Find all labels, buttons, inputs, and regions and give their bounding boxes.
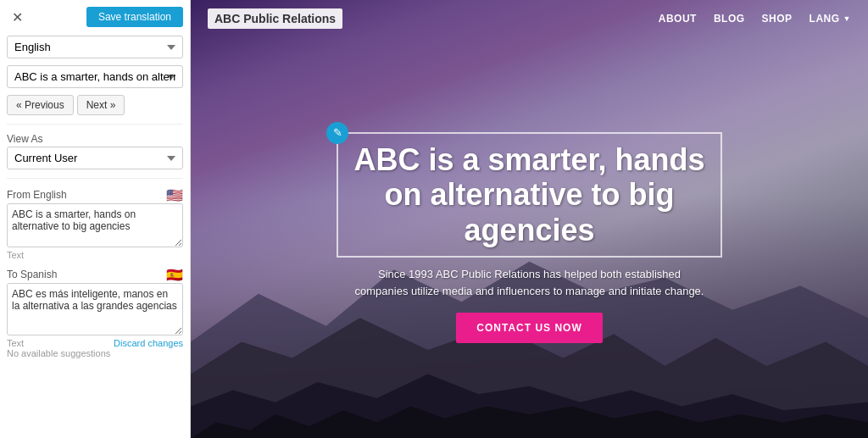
to-spanish-textarea[interactable]: ABC es más inteligente, manos en la alte… [7, 283, 183, 335]
shop-link[interactable]: SHOP [762, 13, 793, 25]
view-as-select[interactable]: Current User [7, 147, 183, 169]
from-english-section: From English 🇺🇸 ABC is a smarter, hands … [7, 187, 183, 260]
to-spanish-header: To Spanish 🇪🇸 [7, 267, 183, 283]
from-english-textarea[interactable]: ABC is a smarter, hands on alternative t… [7, 203, 183, 247]
pencil-icon: ✎ [333, 126, 342, 139]
contact-button[interactable]: CONTACT US NOW [456, 313, 602, 343]
lang-arrow-icon: ▼ [843, 14, 851, 23]
close-button[interactable]: ✕ [7, 8, 28, 27]
site-background: ABC Public Relations ABOUT BLOG SHOP LAN… [191, 0, 868, 438]
divider-1 [7, 124, 183, 125]
edit-pencil-button[interactable]: ✎ [326, 122, 348, 144]
language-select[interactable]: English [7, 36, 183, 58]
navigation-buttons: « Previous Next » [7, 95, 183, 115]
spanish-footer: Text Discard changes [7, 338, 183, 348]
lang-dropdown[interactable]: LANG ▼ [810, 13, 851, 25]
english-flag: 🇺🇸 [166, 187, 183, 203]
translation-panel: ✕ Save translation English ABC is a smar… [0, 0, 191, 438]
hero-content: ✎ ABC is a smarter, hands on alternative… [191, 37, 868, 438]
panel-top-bar: ✕ Save translation [7, 7, 183, 27]
lang-label: LANG [810, 13, 840, 25]
view-as-label: View As [7, 133, 183, 145]
suggestions-label: No available suggestions [7, 348, 183, 358]
from-english-header: From English 🇺🇸 [7, 187, 183, 203]
to-spanish-section: To Spanish 🇪🇸 ABC es más inteligente, ma… [7, 267, 183, 358]
hero-title-line3: agencies [464, 213, 594, 247]
from-field-type: Text [7, 250, 183, 260]
divider-2 [7, 178, 183, 179]
from-english-label: From English [7, 189, 67, 201]
to-field-type: Text [7, 338, 24, 348]
hero-title: ABC is a smarter, hands on alternative t… [353, 142, 704, 247]
close-icon: ✕ [12, 10, 23, 25]
site-preview: ABC Public Relations ABOUT BLOG SHOP LAN… [191, 0, 868, 438]
nav-links: ABOUT BLOG SHOP LANG ▼ [659, 13, 851, 25]
site-logo: ABC Public Relations [208, 8, 342, 29]
view-as-section: View As Current User [7, 133, 183, 169]
previous-button[interactable]: « Previous [7, 95, 74, 115]
hero-title-box: ✎ ABC is a smarter, hands on alternative… [337, 132, 721, 258]
blog-link[interactable]: BLOG [714, 13, 745, 25]
discard-changes-link[interactable]: Discard changes [114, 338, 183, 348]
hero-subtitle: Since 1993 ABC Public Relations has help… [352, 266, 708, 299]
hero-title-line1: ABC is a smarter, hands [353, 142, 704, 177]
site-nav: ABC Public Relations ABOUT BLOG SHOP LAN… [191, 0, 868, 37]
about-link[interactable]: ABOUT [659, 13, 697, 25]
next-button[interactable]: Next » [77, 95, 125, 115]
hero-title-line2: on alternative to big [384, 177, 674, 212]
to-spanish-label: To Spanish [7, 269, 57, 280]
spanish-flag: 🇪🇸 [166, 267, 183, 283]
string-select[interactable]: ABC is a smarter, hands on alternative t… [7, 65, 183, 88]
save-translation-button[interactable]: Save translation [86, 7, 183, 27]
